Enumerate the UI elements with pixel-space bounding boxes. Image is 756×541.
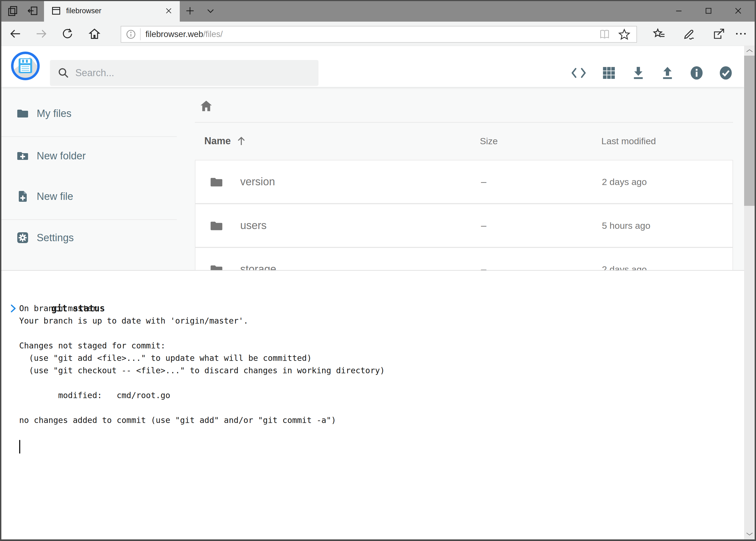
tab-bar: filebrowser xyxy=(0,0,756,22)
folder-icon xyxy=(209,175,224,189)
window-frame xyxy=(0,0,1,541)
select-multiple-button[interactable] xyxy=(718,59,734,87)
back-icon xyxy=(9,28,22,40)
terminal-output-line: On branch master xyxy=(19,302,733,315)
sidebar-item-settings[interactable]: Settings xyxy=(1,223,177,253)
address-separator xyxy=(140,28,140,40)
home-icon xyxy=(199,99,213,114)
terminal-output-line xyxy=(19,377,733,389)
forward-icon xyxy=(35,28,48,40)
share-icon xyxy=(712,27,725,40)
ellipsis-icon xyxy=(734,27,747,40)
refresh-button[interactable] xyxy=(55,22,80,46)
upload-button[interactable] xyxy=(660,59,675,87)
close-icon xyxy=(734,6,743,15)
sidebar-item-new-folder[interactable]: New folder xyxy=(1,141,177,171)
info-button[interactable] xyxy=(689,59,704,87)
window-frame xyxy=(755,0,756,541)
url-host: filebrowser.web xyxy=(145,29,203,39)
scroll-up-button[interactable] xyxy=(744,46,755,56)
web-note-button[interactable] xyxy=(677,22,701,46)
forward-button[interactable] xyxy=(29,22,54,46)
folder-plus-icon xyxy=(16,149,29,162)
file-size: – xyxy=(481,176,486,188)
file-name: version xyxy=(240,176,275,188)
chevron-up-icon xyxy=(746,49,753,53)
site-info-icon[interactable] xyxy=(126,29,136,40)
tab-preview-button[interactable] xyxy=(4,0,22,22)
grid-icon xyxy=(601,65,617,81)
maximize-button[interactable] xyxy=(694,0,723,22)
back-button[interactable] xyxy=(3,22,28,46)
file-size: – xyxy=(481,220,486,231)
column-header-size[interactable]: Size xyxy=(480,136,498,146)
address-bar[interactable]: filebrowser.web/files/ xyxy=(121,26,637,43)
sidebar-item-my-files[interactable]: My files xyxy=(1,99,177,128)
more-button[interactable] xyxy=(729,22,753,46)
home-button[interactable] xyxy=(82,22,107,46)
terminal-panel[interactable]: git status On branch master Your branch … xyxy=(1,270,744,539)
minimize-button[interactable] xyxy=(664,0,694,22)
folder-icon xyxy=(209,219,224,233)
column-header-name[interactable]: Name xyxy=(204,135,247,147)
filebrowser-logo[interactable] xyxy=(11,52,40,80)
table-row[interactable]: users – 5 hours ago xyxy=(195,204,733,248)
close-window-button[interactable] xyxy=(723,0,753,22)
download-button[interactable] xyxy=(630,59,646,87)
file-modified: 5 hours ago xyxy=(602,221,650,231)
search-input[interactable] xyxy=(75,67,319,79)
minimize-icon xyxy=(674,6,683,15)
terminal-output-line: (use "git checkout -- <file>..." to disc… xyxy=(19,364,733,377)
window-frame xyxy=(0,539,756,541)
chevron-down-icon xyxy=(746,532,753,536)
table-row[interactable]: version – 2 days ago xyxy=(195,160,733,204)
terminal-output-line: Changes not staged for commit: xyxy=(19,339,733,352)
file-modified: 2 days ago xyxy=(602,177,647,187)
scroll-thumb[interactable] xyxy=(744,56,755,206)
page-scrollbar[interactable] xyxy=(744,46,755,539)
terminal-output-line: (use "git add <file>..." to update what … xyxy=(19,352,733,364)
code-icon xyxy=(571,66,587,80)
url-text[interactable]: filebrowser.web/files/ xyxy=(145,29,223,39)
raw-view-button[interactable] xyxy=(571,59,587,87)
file-table-header: Name Size Last modified xyxy=(195,134,733,150)
search-bar[interactable] xyxy=(50,60,319,86)
share-button[interactable] xyxy=(707,22,731,46)
switch-view-button[interactable] xyxy=(601,59,617,87)
file-name: users xyxy=(240,219,267,232)
terminal-command-line: git status xyxy=(19,277,733,290)
sidebar-divider xyxy=(1,219,177,220)
download-icon xyxy=(631,65,646,81)
new-tab-button[interactable] xyxy=(181,0,199,22)
scroll-down-button[interactable] xyxy=(744,529,755,539)
url-path: /files/ xyxy=(203,29,223,39)
tab-favicon-icon xyxy=(51,6,61,16)
terminal-output-line xyxy=(19,402,733,414)
sidebar-item-label: New file xyxy=(37,191,73,202)
reading-view-button[interactable] xyxy=(599,28,611,40)
add-favorite-button[interactable] xyxy=(618,28,630,41)
column-header-modified[interactable]: Last modified xyxy=(601,136,656,146)
settings-icon xyxy=(16,231,29,244)
folder-icon xyxy=(16,107,29,120)
check-icon xyxy=(718,65,733,81)
sidebar-item-new-file[interactable]: New file xyxy=(1,182,177,211)
upload-icon xyxy=(660,65,675,81)
listing-divider xyxy=(195,122,733,123)
browser-tab[interactable]: filebrowser xyxy=(44,0,180,22)
terminal-output-line: no changes added to commit (use "git add… xyxy=(19,414,733,426)
sort-ascending-icon xyxy=(236,135,247,147)
tab-title: filebrowser xyxy=(66,7,165,15)
breadcrumb-home-button[interactable] xyxy=(198,97,215,115)
terminal-output-line xyxy=(19,290,733,302)
terminal-command: git status xyxy=(51,303,105,313)
refresh-icon xyxy=(61,28,74,40)
tab-close-button[interactable] xyxy=(165,7,173,15)
terminal-cursor xyxy=(19,440,20,453)
show-tab-list-button[interactable] xyxy=(202,0,219,22)
set-tabs-aside-button[interactable] xyxy=(24,0,42,22)
app-header xyxy=(1,46,744,87)
terminal-output-line: modified: cmd/root.go xyxy=(19,389,733,402)
favorites-hub-button[interactable] xyxy=(647,22,671,46)
terminal-output-line xyxy=(19,327,733,339)
